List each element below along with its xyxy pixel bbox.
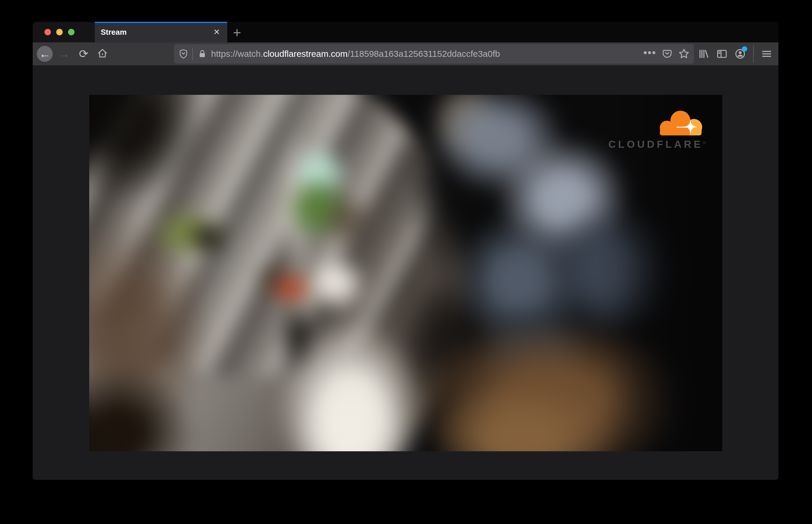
account-button[interactable]: [732, 46, 748, 62]
new-tab-button[interactable]: +: [229, 25, 245, 40]
home-button[interactable]: [96, 47, 109, 61]
bookmark-star-icon[interactable]: [678, 48, 690, 60]
sidebar-button[interactable]: [714, 46, 730, 62]
zoom-window-button[interactable]: [68, 29, 75, 35]
tab-close-icon[interactable]: ✕: [211, 26, 223, 38]
cloudflare-wordmark: CLOUDFLARE®: [608, 138, 706, 150]
sidebar-icon: [716, 48, 728, 60]
url-bar[interactable]: https://watch.cloudflarestream.com/11859…: [174, 44, 694, 64]
tracking-protection-shield-icon[interactable]: [178, 49, 189, 59]
tab-title: Stream: [101, 28, 211, 37]
forward-button[interactable]: →: [58, 47, 71, 61]
back-button[interactable]: ←: [37, 46, 53, 62]
desktop: { "tab_bar": { "tab_title": "Stream", "c…: [0, 0, 812, 524]
toolbar-right: [696, 44, 774, 64]
urlbar-actions: •••: [643, 47, 690, 61]
reload-button[interactable]: ⟳: [77, 47, 91, 61]
pocket-icon[interactable]: [662, 48, 673, 60]
urlbar-separator: [192, 48, 193, 60]
titlebar-drag-area: [33, 22, 95, 43]
url-text: https://watch.cloudflarestream.com/11859…: [211, 49, 643, 59]
close-window-button[interactable]: [45, 29, 51, 35]
library-icon: [698, 48, 710, 60]
menu-button[interactable]: [759, 46, 774, 62]
library-button[interactable]: [696, 46, 711, 62]
cloudflare-logo-icon: [656, 110, 706, 137]
tab-bar: Stream ✕ +: [33, 22, 778, 43]
account-notification-dot: [742, 46, 747, 51]
minimize-window-button[interactable]: [56, 29, 63, 35]
tab-stream[interactable]: Stream ✕: [95, 22, 227, 43]
hamburger-menu-icon: [761, 48, 773, 60]
video-player[interactable]: CLOUDFLARE®: [89, 95, 722, 451]
cloudflare-watermark: CLOUDFLARE®: [608, 110, 706, 150]
browser-window: Stream ✕ + ← → ⟳: [33, 22, 778, 480]
lock-icon[interactable]: [196, 49, 208, 59]
toolbar-divider: [753, 45, 754, 62]
home-icon: [97, 47, 108, 60]
page-actions-icon[interactable]: •••: [643, 47, 656, 61]
page-content: CLOUDFLARE®: [33, 65, 778, 480]
